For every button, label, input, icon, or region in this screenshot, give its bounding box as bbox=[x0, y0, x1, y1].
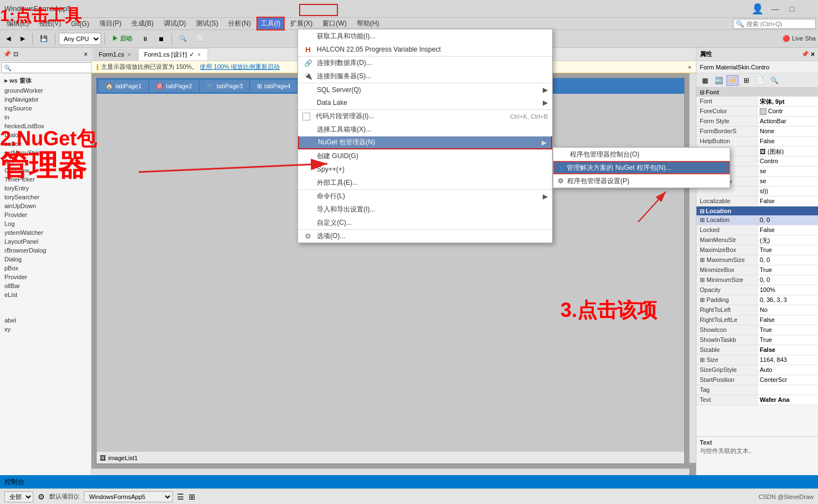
toolbox-item[interactable]: ▸ ws 窗体 bbox=[0, 75, 91, 86]
toolbox-item[interactable]: toryEntry bbox=[0, 184, 91, 193]
tab-close-icon[interactable]: × bbox=[196, 51, 202, 58]
menu-item-build[interactable]: 生成(B) bbox=[127, 18, 158, 29]
toolbox-close-icon[interactable]: × bbox=[84, 51, 88, 58]
menu-sql-server[interactable]: SQL Server(Q) ▶ bbox=[298, 83, 552, 96]
menu-options[interactable]: ⚙ 选项(O)... bbox=[298, 229, 552, 243]
menu-halcon[interactable]: H HALCON 22.05 Progress Variable Inspect bbox=[298, 43, 552, 56]
cpu-select[interactable]: Any CPU bbox=[59, 33, 101, 45]
menu-item-analyze[interactable]: 分析(N) bbox=[224, 18, 255, 29]
toolbox-search[interactable] bbox=[1, 62, 92, 73]
toolbox-item[interactable]: ooBox bbox=[0, 139, 91, 148]
toolbox-item[interactable]: extMenuStrip bbox=[0, 148, 91, 157]
designer-tab-2[interactable]: 🎯 tabPage2 bbox=[149, 80, 199, 92]
toolbar-save-btn[interactable]: 💾 bbox=[36, 32, 52, 46]
search-input[interactable] bbox=[746, 21, 813, 27]
menu-spy[interactable]: Spy++(+) bbox=[298, 163, 552, 176]
toolbox-item[interactable]: Provider bbox=[0, 273, 91, 281]
props-value-rtl[interactable]: No bbox=[758, 305, 818, 315]
props-value-formborder[interactable]: None bbox=[758, 127, 818, 136]
notification-link[interactable]: 使用 100% 缩放比例重新启动 bbox=[200, 63, 280, 71]
toolbox-item[interactable]: Provider bbox=[0, 210, 91, 219]
minimize-btn[interactable]: — bbox=[770, 4, 780, 14]
props-value-maxsize[interactable]: 0, 0 bbox=[758, 255, 818, 265]
user-icon[interactable]: 👤 bbox=[751, 3, 764, 15]
props-value-opacity[interactable]: 100% bbox=[758, 285, 818, 295]
menu-item-window[interactable]: 窗口(W) bbox=[318, 18, 351, 29]
toolbox-item[interactable]: GridView bbox=[0, 166, 91, 175]
menu-nuget[interactable]: NuGet 包管理器(N) ▶ bbox=[298, 136, 552, 149]
toolbox-item[interactable]: TimePicker bbox=[0, 175, 91, 184]
imagelist-label[interactable]: imageList1 bbox=[108, 455, 138, 461]
props-value-rtllay[interactable]: False bbox=[758, 315, 818, 325]
toolbar-icon1[interactable]: 🔍 bbox=[175, 32, 191, 46]
designer-tab-3[interactable]: 🛒 tabPage3 bbox=[200, 80, 249, 92]
tab-form1cs[interactable]: Form1.cs × bbox=[93, 48, 138, 61]
toolbox-pin-icon[interactable]: 📌 bbox=[3, 51, 11, 58]
props-value-showicon[interactable]: True bbox=[758, 325, 818, 335]
toolbox-item-xy[interactable]: xy bbox=[0, 325, 91, 334]
menu-item-extensions[interactable]: 扩展(X) bbox=[286, 18, 317, 29]
props-section-font[interactable]: Font bbox=[696, 88, 818, 97]
props-section-location[interactable]: Location bbox=[696, 206, 818, 215]
props-value-location[interactable]: 0, 0 bbox=[758, 215, 818, 225]
nuget-submenu[interactable]: 程序包管理器控制台(O) ● 管理解决方案的 NuGet 程序包(N)... ⚙… bbox=[553, 147, 730, 188]
menu-datalake[interactable]: Data Lake ▶ bbox=[298, 96, 552, 109]
props-value-keypreview[interactable]: se bbox=[758, 177, 818, 186]
props-value-sizable[interactable]: False bbox=[758, 345, 818, 355]
props-value-control[interactable]: Contro bbox=[758, 157, 818, 166]
bottom-settings-icon[interactable]: ⚙ bbox=[38, 492, 45, 501]
menu-connect-server[interactable]: 🔌 连接到服务器(S)... bbox=[298, 69, 552, 83]
toolbox-item[interactable]: LayoutPanel bbox=[0, 237, 91, 246]
menu-create-guid[interactable]: 创建 GUID(G) bbox=[298, 149, 552, 163]
props-tool-search[interactable]: 🔍 bbox=[768, 75, 780, 86]
bottom-filter-select[interactable]: 全部 bbox=[4, 491, 33, 502]
toolbox-item[interactable]: groundWorker bbox=[0, 86, 91, 95]
toolbar-icon2[interactable]: ⬜ bbox=[193, 32, 209, 46]
toolbox-item[interactable]: ystemWatcher bbox=[0, 228, 91, 237]
toolbox-item[interactable]: heckedListBox bbox=[0, 122, 91, 130]
props-value-locked[interactable]: False bbox=[758, 225, 818, 235]
toolbox-item[interactable]: eList bbox=[0, 290, 91, 299]
menu-item-help[interactable]: 帮助(H) bbox=[352, 18, 384, 29]
props-value-minbox[interactable]: True bbox=[758, 265, 818, 275]
designer-scrollbar-v[interactable] bbox=[689, 73, 696, 463]
submenu-pkg-console[interactable]: 程序包管理器控制台(O) bbox=[553, 148, 730, 161]
props-pin-btn[interactable]: 📌 bbox=[801, 51, 809, 58]
menu-item-tools[interactable]: 工具(I) bbox=[256, 17, 285, 31]
props-value-startpos[interactable]: CenterScr bbox=[758, 375, 818, 385]
toolbox-item[interactable]: ainUpDown bbox=[0, 201, 91, 210]
toolbox-item-label[interactable]: abel bbox=[0, 316, 91, 325]
menu-item-project[interactable]: 项目(P) bbox=[95, 18, 126, 29]
props-value-mainmenu[interactable]: (无) bbox=[758, 235, 818, 245]
toolbar-back-btn[interactable]: ◀ bbox=[2, 32, 14, 46]
toolbox-item[interactable]: Dialog bbox=[0, 255, 91, 264]
menu-cmdline[interactable]: 命令行(L) ▶ bbox=[298, 189, 552, 203]
props-tool-sort-alpha[interactable]: 🔤 bbox=[713, 75, 725, 86]
menu-item-edit[interactable]: 编辑(E) bbox=[2, 18, 33, 29]
props-value-size[interactable]: 1164, 843 bbox=[758, 355, 818, 365]
menu-item-debug[interactable]: 调试(D) bbox=[159, 18, 191, 29]
maximize-btn[interactable]: □ bbox=[787, 4, 797, 14]
menu-item-view[interactable]: 视图(V) bbox=[34, 18, 65, 29]
designer-tab-4[interactable]: ⊞ tabPage4 bbox=[250, 80, 297, 92]
menu-item-git[interactable]: Git(G) bbox=[67, 19, 94, 29]
toolbox-item[interactable]: Log bbox=[0, 219, 91, 228]
props-value-formstyle[interactable]: ActionBar bbox=[758, 117, 818, 126]
close-btn[interactable] bbox=[804, 4, 814, 14]
toolbox-item[interactable]: Dialog bbox=[0, 130, 91, 139]
props-tool-props[interactable]: ⊞ bbox=[740, 75, 753, 86]
props-value-imemode[interactable]: se bbox=[758, 167, 818, 176]
menu-external-tools[interactable]: 外部工具(E)... bbox=[298, 176, 552, 189]
menu-choose-toolbox[interactable]: 选择工具箱项(X)... bbox=[298, 123, 552, 136]
toolbar-pause-btn[interactable]: ⏸ bbox=[138, 32, 152, 46]
props-value-icon[interactable]: 🖼 (图标) bbox=[758, 147, 818, 156]
props-close-btn[interactable]: × bbox=[811, 51, 815, 58]
props-tool-sort-cat[interactable]: ▦ bbox=[699, 75, 711, 86]
props-value-sizegrip[interactable]: Auto bbox=[758, 365, 818, 375]
menu-customize[interactable]: 自定义(C)... bbox=[298, 216, 552, 229]
live-share-btn[interactable]: 🔴 Live Sha bbox=[782, 35, 816, 42]
designer-tab-1[interactable]: 🏠 tabPage1 bbox=[99, 80, 148, 92]
tab-close-icon[interactable]: × bbox=[127, 51, 132, 58]
props-value-taskbar[interactable]: True bbox=[758, 335, 818, 345]
toolbox-item[interactable]: in bbox=[0, 113, 91, 122]
